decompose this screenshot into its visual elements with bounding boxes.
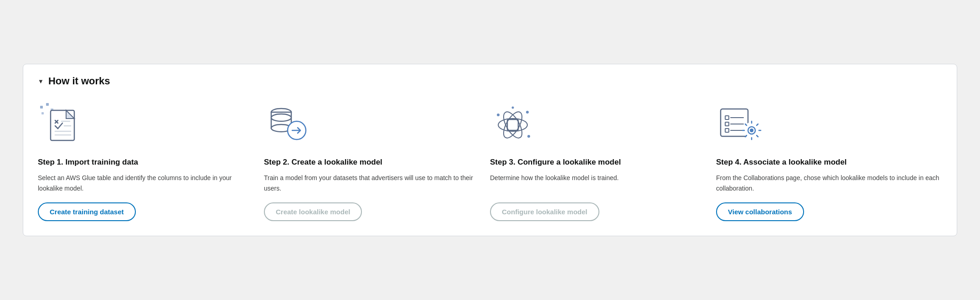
step-3: Step 3. Configure a lookalike model Dete… xyxy=(490,100,716,221)
collapse-arrow-icon[interactable]: ▼ xyxy=(38,78,44,85)
step-3-button: Configure lookalike model xyxy=(490,202,599,221)
step-1: Step 1. Import training data Select an A… xyxy=(38,100,264,221)
svg-point-23 xyxy=(497,114,500,116)
svg-point-26 xyxy=(512,107,514,109)
step-4: Step 4. Associate a lookalike model From… xyxy=(716,100,942,221)
svg-point-16 xyxy=(271,114,291,121)
step-1-button[interactable]: Create training dataset xyxy=(38,202,136,221)
step-2-button: Create lookalike model xyxy=(264,202,362,221)
svg-rect-3 xyxy=(41,112,44,114)
step-1-description: Select an AWS Glue table and identify th… xyxy=(38,173,249,193)
list-gear-icon xyxy=(716,100,942,150)
panel-title: How it works xyxy=(48,75,110,87)
svg-rect-19 xyxy=(507,119,518,130)
step-3-title: Step 3. Configure a lookalike model xyxy=(490,157,701,167)
step-3-description: Determine how the lookalike model is tra… xyxy=(490,173,701,193)
step-4-button[interactable]: View collaborations xyxy=(716,202,804,221)
svg-point-25 xyxy=(527,135,530,138)
step-4-description: From the Collaborations page, chose whic… xyxy=(716,173,942,193)
svg-rect-1 xyxy=(46,103,49,106)
database-arrow-icon xyxy=(264,100,475,150)
svg-point-36 xyxy=(750,129,753,132)
import-data-icon xyxy=(38,100,249,150)
panel-header: ▼ How it works xyxy=(38,75,942,87)
atom-config-icon xyxy=(490,100,701,150)
step-4-title: Step 4. Associate a lookalike model xyxy=(716,157,942,167)
svg-rect-0 xyxy=(40,106,43,109)
step-2-description: Train a model from your datasets that ad… xyxy=(264,173,475,193)
step-2: Step 2. Create a lookalike model Train a… xyxy=(264,100,490,221)
step-1-title: Step 1. Import training data xyxy=(38,157,249,167)
svg-point-24 xyxy=(526,111,529,114)
svg-rect-32 xyxy=(725,129,729,132)
svg-rect-30 xyxy=(725,122,729,126)
step-2-title: Step 2. Create a lookalike model xyxy=(264,157,475,167)
steps-grid: Step 1. Import training data Select an A… xyxy=(38,100,942,221)
svg-rect-28 xyxy=(725,116,729,119)
how-it-works-panel: ▼ How it works Step 1. Import training d… xyxy=(23,64,957,236)
